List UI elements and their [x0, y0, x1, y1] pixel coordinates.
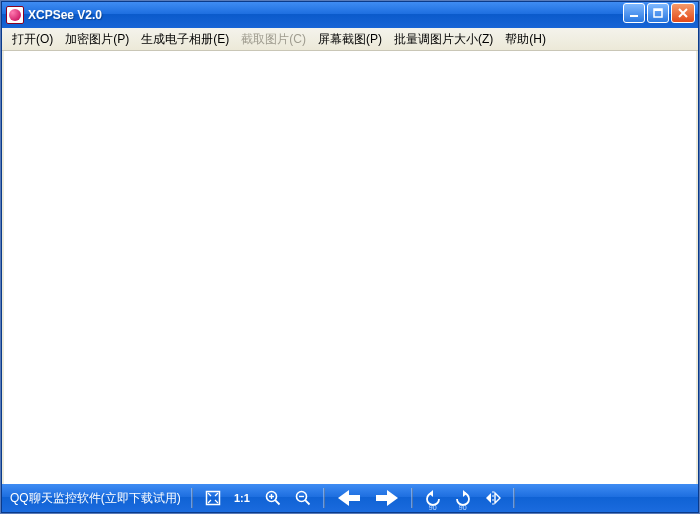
- menu-crop: 截取图片(C): [235, 29, 312, 50]
- close-button[interactable]: [671, 3, 695, 23]
- maximize-button[interactable]: [647, 3, 669, 23]
- svg-rect-0: [630, 15, 638, 17]
- zoom-in-button[interactable]: [263, 488, 283, 508]
- titlebar[interactable]: XCPSee V2.0: [2, 2, 698, 28]
- separator: [411, 488, 413, 508]
- minimize-button[interactable]: [623, 3, 645, 23]
- separator: [513, 488, 515, 508]
- menu-help[interactable]: 帮助(H): [499, 29, 552, 50]
- prev-button[interactable]: [335, 487, 363, 509]
- window-controls: [623, 1, 698, 29]
- actual-size-button[interactable]: 1:1: [233, 488, 253, 508]
- svg-text:1:1: 1:1: [234, 492, 250, 504]
- flip-button[interactable]: [483, 488, 503, 508]
- menu-encrypt[interactable]: 加密图片(P): [59, 29, 135, 50]
- app-window: XCPSee V2.0 打开(O) 加密图片(P) 生成电子相册(E) 截取图片…: [1, 1, 699, 513]
- promo-link[interactable]: QQ聊天监控软件(立即下载试用): [10, 490, 189, 507]
- app-icon: [6, 6, 24, 24]
- title-text: XCPSee V2.0: [28, 8, 623, 22]
- menu-open[interactable]: 打开(O): [6, 29, 59, 50]
- rotate-group: 90 90: [415, 488, 511, 508]
- menubar: 打开(O) 加密图片(P) 生成电子相册(E) 截取图片(C) 屏幕截图(P) …: [2, 28, 698, 51]
- separator: [323, 488, 325, 508]
- menu-album[interactable]: 生成电子相册(E): [135, 29, 235, 50]
- content-area: [2, 51, 698, 484]
- bottom-toolbar: QQ聊天监控软件(立即下载试用) 1:1: [2, 484, 698, 512]
- fit-screen-button[interactable]: [203, 488, 223, 508]
- menu-batchresize[interactable]: 批量调图片大小(Z): [388, 29, 499, 50]
- svg-rect-2: [654, 9, 662, 11]
- zoom-group: 1:1: [195, 488, 321, 508]
- rotate-ccw-button[interactable]: 90: [423, 488, 443, 508]
- menu-screenshot[interactable]: 屏幕截图(P): [312, 29, 388, 50]
- zoom-out-button[interactable]: [293, 488, 313, 508]
- rotate-cw-button[interactable]: 90: [453, 488, 473, 508]
- nav-group: [327, 487, 409, 509]
- separator: [191, 488, 193, 508]
- next-button[interactable]: [373, 487, 401, 509]
